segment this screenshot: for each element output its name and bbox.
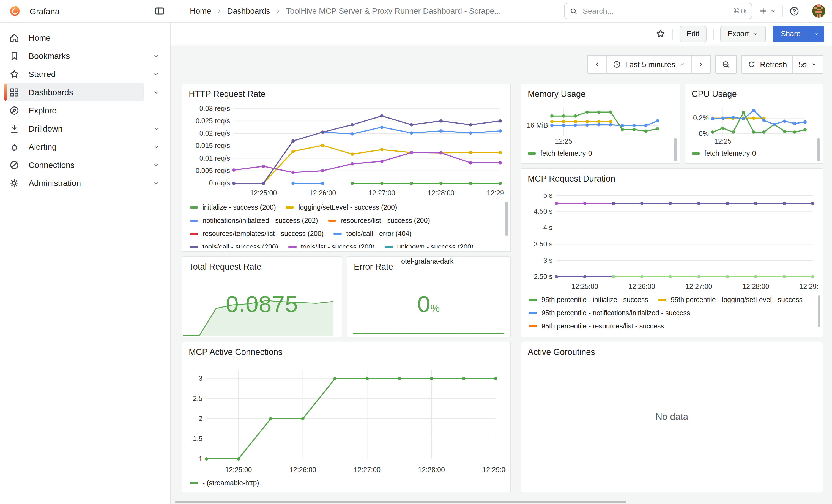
panel-memory-usage[interactable]: Memory Usage 16 MiB12:25 fetch-telemetry… <box>521 84 680 164</box>
sidebar-item-drilldown[interactable]: Drilldown <box>4 120 144 137</box>
breadcrumb-dashboards[interactable]: Dashboards <box>227 7 270 16</box>
legend-item[interactable]: - (streamable-http) <box>190 479 259 487</box>
share-button[interactable]: Share <box>773 26 809 42</box>
horizontal-scrollbar[interactable] <box>175 501 626 503</box>
legend-item[interactable]: resources/list - success (200) <box>328 217 430 224</box>
star-outline-icon[interactable] <box>655 29 666 39</box>
time-shift-back-button[interactable] <box>588 56 606 73</box>
error-rate-number: 0 <box>417 291 431 317</box>
svg-text:0.2%: 0.2% <box>693 114 709 122</box>
legend-item[interactable]: 95th percentile - notifications/initiali… <box>529 309 690 317</box>
breadcrumb-home[interactable]: Home <box>190 7 211 16</box>
panel-mcp-active-connections[interactable]: MCP Active Connections 32.521.5112:25:00… <box>182 342 511 493</box>
legend-item[interactable]: 95th percentile - resources/list - succe… <box>529 322 664 330</box>
bell-icon <box>9 141 20 152</box>
panel-title[interactable]: Memory Usage <box>521 84 680 104</box>
refresh-label: Refresh <box>760 60 787 69</box>
chevron-down-icon[interactable] <box>152 70 160 78</box>
search-box[interactable]: ⌘+k <box>564 3 752 19</box>
edit-button[interactable]: Edit <box>679 26 706 42</box>
refresh-button[interactable]: Refresh <box>742 56 792 73</box>
sidebar-item-label: Explore <box>29 106 57 115</box>
legend-swatch <box>384 246 393 248</box>
sidebar: Home Bookmarks Starred Dashboards Explor… <box>0 22 171 504</box>
legend-item[interactable]: tools/call - error (404) <box>334 230 412 238</box>
legend-swatch <box>190 482 198 484</box>
panel-title[interactable]: CPU Usage <box>685 84 823 104</box>
legend-swatch <box>529 299 537 301</box>
memory-usage-chart[interactable]: 16 MiB12:25 <box>523 102 665 146</box>
panel-title[interactable]: MCP Request Duration <box>521 169 823 189</box>
chevron-down-icon[interactable] <box>152 161 160 169</box>
chevron-down-icon[interactable] <box>152 179 160 187</box>
legend-item[interactable]: unknown - success (200) <box>384 243 473 248</box>
legend-item[interactable]: resources/templates/list - success (200) <box>190 230 323 238</box>
panel-active-goroutines[interactable]: Active Goroutines No data <box>521 342 823 493</box>
legend-scrollbar[interactable] <box>674 138 677 161</box>
panel-http-request-rate[interactable]: HTTP Request Rate 0.03 req/s0.025 req/s0… <box>182 84 511 252</box>
sidebar-item-bookmarks[interactable]: Bookmarks <box>4 47 144 65</box>
svg-text:12:26:00: 12:26:00 <box>628 283 655 290</box>
legend-item[interactable]: 95th percentile - resources/templates/li… <box>529 336 696 336</box>
sidebar-toggle-icon[interactable] <box>154 5 165 17</box>
chevron-down-icon <box>770 8 776 14</box>
sidebar-item-label: Alerting <box>29 142 57 151</box>
user-avatar[interactable] <box>812 4 825 18</box>
error-rate-unit: % <box>430 302 440 314</box>
sidebar-item-dashboards[interactable]: Dashboards <box>4 83 144 101</box>
legend-swatch <box>190 246 198 248</box>
share-dropdown-button[interactable] <box>809 26 824 42</box>
legend-scrollbar[interactable] <box>817 138 820 161</box>
grafana-logo-icon[interactable] <box>8 4 22 18</box>
time-shift-forward-button[interactable] <box>691 56 710 73</box>
sidebar-item-explore[interactable]: Explore <box>4 101 144 120</box>
sidebar-item-connections[interactable]: Connections <box>4 156 144 174</box>
export-button[interactable]: Export <box>720 26 766 42</box>
legend-item[interactable]: notifications/initialized - success (202… <box>190 217 318 224</box>
search-input[interactable] <box>582 6 729 16</box>
legend-item[interactable]: logging/setLevel - success (200) <box>286 204 397 211</box>
chevron-down-icon[interactable] <box>152 125 160 132</box>
sidebar-item-administration[interactable]: Administration <box>4 174 144 192</box>
legend-label: resources/list - success (200) <box>341 217 430 224</box>
legend-scrollbar[interactable] <box>505 202 508 236</box>
svg-text:12:29:00: 12:29:00 <box>799 283 820 290</box>
legend-item[interactable]: 95th percentile - logging/setLevel - suc… <box>658 296 803 304</box>
grafana-app: Grafana Home Dashboards ToolHive MCP Ser… <box>0 0 832 504</box>
sidebar-item-alerting[interactable]: Alerting <box>4 137 144 156</box>
new-button[interactable] <box>758 6 776 16</box>
cpu-usage-chart[interactable]: 0.2%0%12:25 <box>687 102 813 146</box>
panel-title[interactable]: Total Request Rate <box>182 257 342 277</box>
mcp-request-duration-chart[interactable]: 5 s4.50 s4 s3.50 s3 s2.50 s12:25:0012:26… <box>525 188 820 291</box>
sidebar-item-starred[interactable]: Starred <box>4 65 144 83</box>
chevron-down-icon[interactable] <box>152 143 160 151</box>
legend-item[interactable]: fetch-telemetry-0 <box>692 150 756 157</box>
sidebar-item-home[interactable]: Home <box>4 29 144 47</box>
error-rate-sparkline[interactable] <box>352 328 506 336</box>
mcp-active-connections-chart[interactable]: 32.521.5112:25:0012:26:0012:27:0012:28:0… <box>186 359 506 474</box>
http-request-rate-chart[interactable]: 0.03 req/s0.025 req/s0.02 req/s0.015 req… <box>188 103 504 197</box>
time-range-picker[interactable]: Last 5 minutes <box>606 56 691 73</box>
panel-cpu-usage[interactable]: CPU Usage 0.2%0%12:25 fetch-telemetry-0 <box>684 84 823 164</box>
legend-item[interactable]: fetch-telemetry-0 <box>528 150 592 157</box>
legend-item[interactable]: 95th percentile - initialize - success <box>529 296 648 304</box>
legend-scrollbar[interactable] <box>818 295 821 327</box>
chevron-down-icon[interactable] <box>152 88 160 96</box>
legend-item[interactable]: tools/list - success (200) <box>288 243 374 248</box>
chevron-right-icon <box>697 60 705 68</box>
connections-legend: - (streamable-http) <box>190 477 496 491</box>
panel-error-rate[interactable]: Error Rate otel-grafana-dark 0% <box>347 257 511 337</box>
home-icon <box>9 32 20 43</box>
zoom-out-button[interactable] <box>716 56 736 73</box>
search-shortcut: ⌘+k <box>733 7 747 15</box>
legend-item[interactable]: initialize - success (200) <box>190 204 276 211</box>
refresh-interval-picker[interactable]: 5s <box>792 56 823 73</box>
panel-title[interactable]: HTTP Request Rate <box>182 84 510 104</box>
svg-text:2.50 s: 2.50 s <box>534 273 552 280</box>
chevron-down-icon[interactable] <box>152 52 160 60</box>
panel-total-request-rate[interactable]: Total Request Rate 0.0875 <box>182 257 342 337</box>
help-icon[interactable] <box>789 6 800 16</box>
zoom-out-icon <box>721 60 731 69</box>
panel-mcp-request-duration[interactable]: MCP Request Duration 5 s4.50 s4 s3.50 s3… <box>521 168 823 337</box>
legend-item[interactable]: tools/call - success (200) <box>190 243 278 248</box>
